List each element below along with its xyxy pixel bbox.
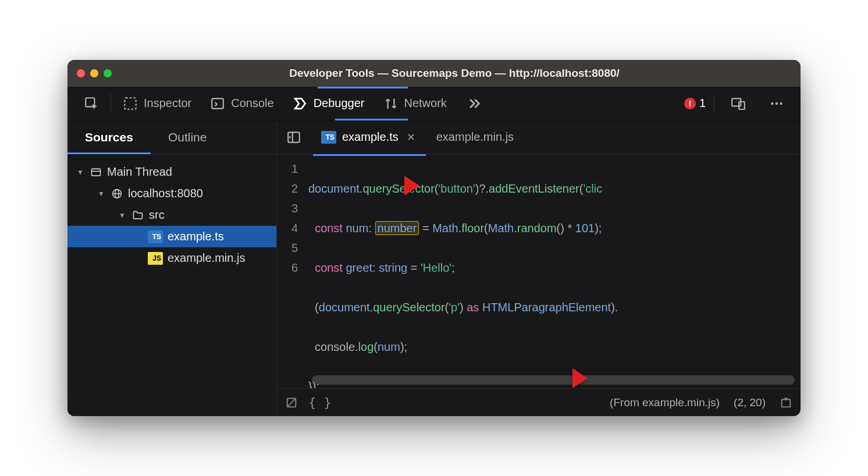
highlighted-type: number <box>375 221 419 235</box>
code-line: (document.querySelector('p') as HTMLPara… <box>308 297 618 317</box>
responsive-mode-button[interactable] <box>723 91 754 116</box>
ts-file-icon: TS <box>148 230 163 243</box>
network-tab[interactable]: Network <box>375 91 455 116</box>
chevron-down-icon: ▼ <box>118 211 127 219</box>
tree-label: Main Thread <box>107 165 172 179</box>
maximize-window-button[interactable] <box>104 69 112 77</box>
js-file-icon: JS <box>148 252 163 265</box>
sidebar-tabs: Sources Outline <box>67 120 276 154</box>
toolbar-divider <box>111 94 111 113</box>
network-icon <box>383 96 399 111</box>
title-tab-indicator <box>318 87 408 88</box>
minimize-window-button[interactable] <box>90 69 98 77</box>
pretty-print-button[interactable]: { } <box>308 395 332 410</box>
tree-label: localhost:8080 <box>128 187 203 200</box>
inspector-tab[interactable]: Inspector <box>115 91 200 116</box>
code-line: const greet: string = 'Hello'; <box>308 258 618 278</box>
toolbar-right: ! 1 <box>684 91 792 116</box>
error-icon: ! <box>684 98 696 109</box>
tree-file-example-min-js[interactable]: JS example.min.js <box>67 247 276 269</box>
devices-icon <box>731 96 746 111</box>
line-number: 4 <box>277 218 298 238</box>
sources-label: Sources <box>85 130 133 144</box>
svg-rect-8 <box>92 169 101 176</box>
tree-main-thread[interactable]: ▼ Main Thread <box>67 161 276 183</box>
tree-host[interactable]: ▼ localhost:8080 <box>67 183 276 204</box>
sourcemap-origin: (From example.min.js) <box>610 396 720 409</box>
jump-to-button[interactable] <box>780 396 792 409</box>
close-window-button[interactable] <box>77 69 85 77</box>
tree-label: example.ts <box>168 230 224 243</box>
chevron-down-icon: ▼ <box>76 168 85 176</box>
tree-file-example-ts[interactable]: TS example.ts <box>67 226 276 247</box>
toggle-sidebar-button[interactable] <box>284 127 304 147</box>
svg-rect-1 <box>124 98 136 109</box>
line-gutter: 1 2 3 4 5 6 <box>277 154 305 388</box>
dots-horizontal-icon <box>769 96 784 111</box>
more-tools-button[interactable] <box>457 91 490 116</box>
file-tab-label: example.ts <box>342 130 399 144</box>
code-content: document.querySelector('button')?.addEve… <box>305 154 618 388</box>
svg-rect-17 <box>782 399 791 407</box>
file-tab-example-ts[interactable]: TS example.ts ✕ <box>313 126 426 148</box>
svg-point-7 <box>780 102 782 104</box>
line-number: 5 <box>277 238 298 258</box>
status-bar: { } (From example.min.js) (2, 20) <box>277 388 801 416</box>
chevron-down-icon: ▼ <box>97 190 106 198</box>
console-label: Console <box>231 97 273 110</box>
panel-body: Sources Outline ▼ Main Thread ▼ localhos… <box>67 120 801 416</box>
debugger-tab[interactable]: Debugger <box>284 91 373 116</box>
line-number: 2 <box>277 179 298 198</box>
element-picker-button[interactable] <box>76 91 107 116</box>
chevron-double-right-icon <box>465 95 482 112</box>
titlebar: Developer Tools — Sourcemaps Demo — http… <box>67 60 801 87</box>
blackbox-button[interactable] <box>285 396 298 409</box>
active-tab-indicator <box>335 119 408 120</box>
file-tab-example-min-js[interactable]: example.min.js <box>428 126 522 148</box>
code-line: console.log(num); <box>308 337 618 357</box>
inspector-label: Inspector <box>144 97 191 110</box>
editor-panel: TS example.ts ✕ example.min.js 1 2 3 4 5… <box>277 120 801 416</box>
code-line: const num: number = Math.floor(Math.rand… <box>308 218 618 238</box>
svg-point-5 <box>771 102 773 104</box>
console-icon <box>210 96 225 111</box>
devtools-toolbar: Inspector Console Debugger Network ! 1 <box>67 87 801 120</box>
window-controls <box>77 69 112 77</box>
svg-rect-2 <box>212 98 224 108</box>
outline-tab[interactable]: Outline <box>151 120 225 154</box>
horizontal-scrollbar[interactable] <box>312 375 795 385</box>
code-line: document.querySelector('button')?.addEve… <box>308 179 618 198</box>
toolbar-divider <box>714 94 714 113</box>
kebab-menu-button[interactable] <box>761 91 792 116</box>
tree-label: example.min.js <box>168 251 245 265</box>
outline-label: Outline <box>168 130 207 144</box>
close-tab-button[interactable]: ✕ <box>404 131 418 144</box>
tree-label: src <box>149 208 165 222</box>
tree-folder-src[interactable]: ▼ src <box>67 204 276 226</box>
globe-icon <box>111 187 123 200</box>
network-label: Network <box>404 97 447 110</box>
line-number: 3 <box>277 198 298 218</box>
debugger-label: Debugger <box>314 97 365 110</box>
cursor-position: (2, 20) <box>734 396 766 409</box>
inspector-icon <box>123 96 138 111</box>
debugger-icon <box>293 96 308 111</box>
window-title: Developer Tools — Sourcemaps Demo — http… <box>118 67 791 80</box>
file-tab-label: example.min.js <box>436 130 514 144</box>
svg-line-16 <box>287 398 296 407</box>
sources-tab[interactable]: Sources <box>67 120 151 154</box>
code-editor[interactable]: 1 2 3 4 5 6 document.querySelector('butt… <box>277 154 801 388</box>
file-tabs: TS example.ts ✕ example.min.js <box>277 120 801 154</box>
error-badge[interactable]: ! 1 <box>684 97 706 110</box>
sidebar: Sources Outline ▼ Main Thread ▼ localhos… <box>67 120 277 416</box>
picker-icon <box>84 96 99 111</box>
folder-icon <box>131 209 144 222</box>
line-number: 6 <box>277 258 298 278</box>
devtools-window: Developer Tools — Sourcemaps Demo — http… <box>67 60 801 416</box>
thread-icon <box>90 166 102 179</box>
console-tab[interactable]: Console <box>202 91 282 116</box>
sources-tree: ▼ Main Thread ▼ localhost:8080 ▼ src TS … <box>67 154 276 276</box>
line-number: 1 <box>277 159 298 179</box>
panel-left-icon <box>286 130 301 145</box>
error-count: 1 <box>699 97 706 110</box>
